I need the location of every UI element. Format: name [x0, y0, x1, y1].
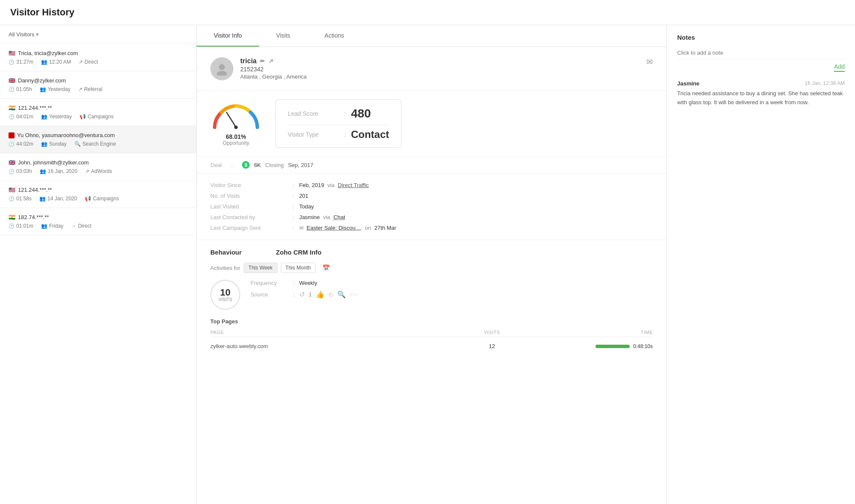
- campaign-mail-icon: ✉: [299, 225, 304, 231]
- traffic-source-link[interactable]: Direct Traffic: [338, 182, 369, 188]
- visitor-meta: 🕐 44:02m 👥 Sunday 🔍 Search Engine: [9, 141, 188, 147]
- edit-icon[interactable]: ✏: [260, 58, 265, 64]
- col-time-header: TIME: [532, 330, 653, 335]
- no-visits-value: 201: [299, 193, 309, 199]
- flag-icon: 🇺🇸: [9, 187, 15, 193]
- clock-icon: 🕐: [9, 223, 15, 229]
- col-visits-header: VISITS: [452, 330, 532, 335]
- visitor-meta: 🕐 04:01m 👥 Yesterday 📢 Campaigns: [9, 114, 188, 120]
- page-title: Visitor History: [10, 7, 74, 18]
- users-icon: 👥: [41, 223, 47, 229]
- visitor-info-block: tricia ✏ ↗ 2152342 Atlanta , Georgia , A…: [240, 57, 640, 80]
- visitor-item[interactable]: 🇬🇧 Danny@zylker.com 🕐 01:05h 👥 Yesterday…: [0, 71, 196, 99]
- visitor-profile: tricia ✏ ↗ 2152342 Atlanta , Georgia , A…: [197, 47, 666, 91]
- mail-icon[interactable]: ✉: [646, 57, 653, 67]
- search-engine-icon: 🔍: [74, 141, 81, 147]
- referral-icon: ↗: [78, 86, 83, 92]
- this-week-btn[interactable]: This Week: [244, 263, 277, 273]
- users-icon: 👥: [41, 141, 47, 147]
- users-icon: 👥: [39, 196, 46, 202]
- deal-date: Sep, 2017: [288, 162, 313, 168]
- frequency-label: Frequency: [251, 280, 289, 286]
- visitor-name: 🇮🇳 182.74.***.**: [9, 214, 188, 220]
- zoho-crm-label: Zoho CRM Info: [276, 249, 321, 256]
- visits-label: VISITS: [218, 297, 232, 302]
- flag-icon: 🇬🇧: [9, 159, 15, 166]
- tab-visits[interactable]: Visits: [259, 25, 307, 47]
- visitor-detail-panel: Visitor Info Visits Actions tricia ✏ ↗ 2…: [197, 25, 667, 504]
- lead-score-row: Lead Score : 480: [288, 107, 389, 120]
- last-contacted-row: Last Contacted by : Jasmine via Chat: [210, 214, 653, 220]
- visitor-list: All Visitors ▾ 🇺🇸 Tricia, tricia@zylker.…: [0, 25, 197, 504]
- visitor-item[interactable]: 🇮🇳 121.244.***.** 🕐 04:01m 👥 Yesterday 📢: [0, 99, 196, 126]
- clock-icon: 🕐: [9, 114, 15, 120]
- campaigns-icon: 📢: [80, 114, 86, 120]
- note-date: 16 Jan, 12:38 AM: [805, 80, 845, 87]
- this-month-btn[interactable]: This Month: [281, 263, 315, 273]
- deal-dollar-icon: $: [242, 161, 250, 169]
- pages-header: PAGE VISITS TIME: [210, 330, 653, 337]
- last-contacted-value: Jasmine via Chat: [299, 214, 345, 220]
- all-visitors-filter[interactable]: All Visitors ▾: [0, 25, 196, 44]
- svg-point-3: [234, 126, 238, 129]
- refresh-icon[interactable]: ↺: [299, 290, 305, 299]
- visitor-name: 🇬🇧 Danny@zylker.com: [9, 77, 188, 84]
- tab-visitor-info[interactable]: Visitor Info: [197, 25, 259, 47]
- exit-icon[interactable]: ⎋: [329, 291, 333, 299]
- add-note-button[interactable]: Add: [834, 63, 845, 72]
- tab-actions[interactable]: Actions: [307, 25, 361, 47]
- visits-count: 10: [220, 288, 230, 297]
- users-icon: 👥: [40, 168, 46, 174]
- users-icon: 👥: [41, 59, 47, 65]
- pages-table: PAGE VISITS TIME zylker-auto.weebly.com …: [210, 330, 653, 352]
- visitor-name: 🇮🇳 121.244.***.**: [9, 105, 188, 111]
- visitor-name: Yu Ohno, yasumaroohno@ventura.com: [9, 132, 188, 138]
- activity-container: 10 VISITS Frequency : Weekly Source :: [210, 280, 653, 310]
- visitor-item[interactable]: 🇺🇸 Tricia, tricia@zylker.com 🕐 31:27m 👥 …: [0, 44, 196, 71]
- col-page-header: PAGE: [210, 330, 452, 335]
- adwords-icon: ↗: [85, 168, 89, 174]
- activities-tabs-row: Activities for This Week This Month 📅: [210, 263, 653, 273]
- page-bar-container: 0:48:10s: [532, 343, 653, 349]
- score-card: Lead Score : 480 Visitor Type : Contact: [275, 100, 401, 148]
- deal-amount: 6K: [254, 162, 261, 168]
- visitor-item[interactable]: 🇬🇧 John, johnsmith@zylker.com 🕐 03:03h 👥…: [0, 153, 196, 181]
- visitor-location: Atlanta , Georgia , America: [240, 73, 640, 80]
- last-contacted-label: Last Contacted by: [210, 214, 287, 220]
- filter-dropdown-icon[interactable]: ▾: [36, 31, 39, 38]
- gauge-container: 68.01% Opportunity: [210, 102, 262, 146]
- share-icon[interactable]: ⋯: [350, 290, 357, 299]
- visitor-type-row: Visitor Type : Contact: [288, 129, 389, 141]
- visitor-name: 🇬🇧 John, johnsmith@zylker.com: [9, 159, 188, 166]
- visitor-meta: 🕐 31:27m 👥 12:20 AM ↗ Direct: [9, 59, 188, 65]
- note-author: Jasmine: [677, 80, 699, 87]
- thumbs-icon[interactable]: 👍: [316, 290, 324, 299]
- last-campaign-value: ✉ Easter Sale: Discou.... on 27th Mar: [299, 225, 396, 231]
- visitor-item[interactable]: Yu Ohno, yasumaroohno@ventura.com 🕐 44:0…: [0, 126, 196, 153]
- visitor-item[interactable]: 🇺🇸 121.244.***.** 🕐 01:58s 👥 14 Jan, 202…: [0, 181, 196, 208]
- calendar-icon[interactable]: 📅: [322, 264, 330, 271]
- svg-point-1: [217, 71, 227, 76]
- score-section: 68.01% Opportunity Lead Score : 480 Visi…: [197, 91, 666, 157]
- link-icon[interactable]: ↗: [268, 58, 274, 64]
- visitor-item[interactable]: 🇮🇳 182.74.***.** 🕐 01:01m 👥 Friday → Dir: [0, 208, 196, 235]
- visits-badge: 10 VISITS: [210, 280, 240, 310]
- flag-icon: 🇮🇳: [9, 214, 15, 220]
- deal-label: Deal: [210, 162, 222, 168]
- no-visits-row: No. of Visits : 201: [210, 193, 653, 199]
- last-visited-row: Last Visited : Today: [210, 203, 653, 210]
- visitor-meta: 🕐 01:01m 👥 Friday → Direct: [9, 223, 188, 229]
- info-icon[interactable]: ℹ: [309, 290, 312, 299]
- direct-icon: →: [71, 223, 76, 229]
- users-icon: 👥: [40, 86, 46, 92]
- notes-input[interactable]: [677, 46, 845, 60]
- visitor-type-value: Contact: [351, 129, 389, 141]
- frequency-row: Frequency : Weekly: [251, 280, 653, 286]
- campaign-link[interactable]: Easter Sale: Discou....: [307, 225, 362, 231]
- svg-point-0: [219, 64, 225, 70]
- behaviour-label: Behaviour: [210, 249, 242, 256]
- page-time: 0:48:10s: [633, 343, 653, 349]
- campaigns-icon: 📢: [85, 196, 91, 202]
- search-source-icon[interactable]: 🔍: [337, 290, 346, 299]
- chat-link[interactable]: Chat: [333, 214, 345, 220]
